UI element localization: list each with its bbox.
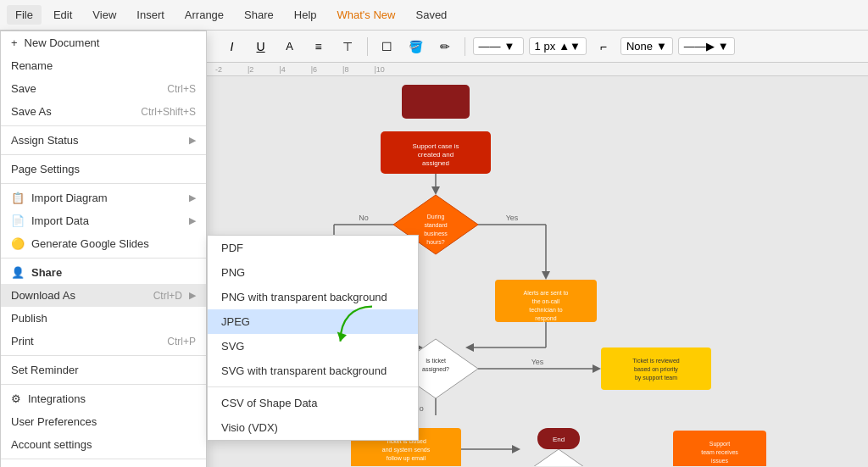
text-direction-button[interactable]: ⊤: [336, 35, 359, 58]
menu-set-reminder[interactable]: Set Reminder: [1, 359, 206, 381]
svg-text:Support: Support: [709, 441, 731, 448]
green-arrow-annotation: [326, 300, 393, 351]
menu-whats-new[interactable]: What's New: [329, 5, 404, 25]
svg-text:Yes: Yes: [531, 358, 544, 366]
svg-text:by support team: by support team: [635, 375, 677, 381]
submenu-svg-transparent[interactable]: SVG with transparent background: [208, 359, 418, 383]
menu-account-settings[interactable]: Account settings: [1, 433, 206, 456]
chevron-down-icon: ▼: [504, 40, 515, 53]
menu-edit[interactable]: Edit: [45, 5, 81, 25]
arrow-start: None: [626, 40, 653, 53]
ruler-label: |8: [317, 65, 348, 74]
main-area: + New Document Rename Save Ctrl+S Save A…: [0, 63, 868, 467]
svg-marker-4: [431, 186, 440, 195]
menu-rename[interactable]: Rename: [1, 54, 206, 77]
underline-button[interactable]: U: [249, 35, 273, 58]
svg-text:standard: standard: [424, 222, 447, 228]
menu-view[interactable]: View: [84, 5, 125, 25]
line-width: 1 px: [535, 40, 556, 53]
menu-integrations[interactable]: ⚙ Integrations: [1, 387, 206, 410]
menu-item-label: Import Data: [31, 214, 89, 227]
menu-download-as[interactable]: Download As Ctrl+D ▶: [1, 284, 206, 307]
menu-help[interactable]: Help: [286, 5, 326, 25]
ruler-label: -2: [207, 65, 222, 74]
menu-item-label: New Document: [25, 36, 100, 49]
separator-5: [1, 355, 206, 356]
menu-item-label: Generate Google Slides: [31, 237, 149, 250]
shape-button[interactable]: ☐: [376, 35, 399, 58]
svg-text:assigned?: assigned?: [422, 366, 449, 373]
submenu-pdf[interactable]: PDF: [208, 236, 418, 260]
arrow-start-selector[interactable]: None ▼: [620, 37, 673, 55]
font-color-button[interactable]: A: [278, 35, 302, 58]
menu-file[interactable]: File: [7, 5, 42, 25]
separator-7: [1, 459, 206, 459]
arrow-icon: ▶: [189, 192, 196, 203]
print-shortcut: Ctrl+P: [167, 336, 196, 347]
import-data-icon: 📄: [11, 214, 25, 227]
menu-print[interactable]: Print Ctrl+P: [1, 330, 206, 353]
menu-save[interactable]: Save Ctrl+S: [1, 77, 206, 100]
menu-page-settings[interactable]: Page Settings: [1, 158, 206, 181]
menu-item-label: Print: [11, 335, 34, 347]
menu-item-label: User Preferences: [11, 415, 97, 428]
horizontal-ruler: -2 |2 |4 |6 |8 |10: [207, 63, 868, 76]
submenu-item-label: PDF: [221, 242, 243, 254]
svg-text:assigned: assigned: [422, 159, 449, 167]
svg-text:follow up email: follow up email: [387, 455, 426, 462]
ruler-label: |6: [286, 65, 317, 74]
menu-import-data[interactable]: 📄 Import Data ▶: [1, 209, 206, 232]
separator-4: [1, 258, 206, 259]
menu-generate-google-slides[interactable]: 🟡 Generate Google Slides: [1, 232, 206, 255]
align-button[interactable]: ≡: [307, 35, 331, 58]
download-as-shortcut: Ctrl+D: [153, 290, 182, 302]
menu-arrange[interactable]: Arrange: [176, 5, 232, 25]
svg-text:End: End: [553, 436, 565, 443]
submenu-item-label: CSV of Shape Data: [221, 397, 317, 409]
google-slides-icon: 🟡: [11, 237, 25, 250]
submenu-visio[interactable]: Visio (VDX): [208, 415, 418, 440]
menu-import-diagram[interactable]: 📋 Import Diagram ▶: [1, 186, 206, 209]
svg-text:During: During: [427, 214, 445, 220]
connector-button[interactable]: ⌐: [592, 35, 615, 58]
fill-button[interactable]: 🪣: [404, 35, 428, 58]
separator-3: [1, 183, 206, 184]
svg-marker-34: [593, 364, 601, 373]
menu-share[interactable]: Share: [236, 5, 282, 25]
submenu-item-label: PNG: [221, 266, 245, 279]
save-shortcut: Ctrl+S: [167, 83, 196, 95]
toolbar-separator-2: [367, 37, 368, 56]
submenu-png[interactable]: PNG: [208, 260, 418, 285]
menu-item-label: Assign Status: [11, 134, 79, 147]
separator-1: [1, 125, 206, 126]
arrow-end-selector[interactable]: ——▶ ▼: [678, 37, 735, 55]
menu-saved[interactable]: Saved: [407, 5, 455, 25]
menu-user-preferences[interactable]: User Preferences: [1, 410, 206, 433]
menu-item-label: Integrations: [28, 392, 86, 405]
svg-text:created and: created and: [418, 151, 453, 158]
submenu-item-label: SVG with transparent background: [221, 364, 387, 377]
line-style-selector[interactable]: —— ▼: [473, 37, 524, 55]
svg-text:the on-call: the on-call: [532, 298, 560, 304]
svg-text:Alerts are sent to: Alerts are sent to: [524, 290, 569, 296]
submenu-item-label: Visio (VDX): [221, 421, 278, 434]
svg-text:team receives: team receives: [701, 449, 738, 455]
menu-back-to-documents[interactable]: 📁 Back to Documents: [1, 462, 206, 467]
menu-item-label: Publish: [11, 312, 47, 325]
separator-2: [1, 154, 206, 155]
line-width-selector[interactable]: 1 px ▲▼: [529, 37, 587, 55]
menu-item-label: Import Diagram: [31, 192, 108, 204]
menu-insert[interactable]: Insert: [128, 5, 173, 25]
toolbar-separator-3: [465, 37, 465, 56]
menu-share-header[interactable]: 👤 Share: [1, 261, 206, 284]
menu-publish[interactable]: Publish: [1, 307, 206, 330]
menubar: File Edit View Insert Arrange Share Help…: [0, 0, 868, 31]
menu-save-as[interactable]: Save As Ctrl+Shift+S: [1, 100, 206, 123]
submenu-csv[interactable]: CSV of Shape Data: [208, 391, 418, 415]
submenu-separator: [208, 386, 418, 387]
menu-assign-status[interactable]: Assign Status ▶: [1, 129, 206, 152]
svg-text:based on priority: based on priority: [634, 366, 678, 373]
line-color-button[interactable]: ✏: [433, 35, 457, 58]
menu-new-document[interactable]: + New Document: [1, 31, 206, 54]
italic-button[interactable]: I: [220, 35, 244, 58]
